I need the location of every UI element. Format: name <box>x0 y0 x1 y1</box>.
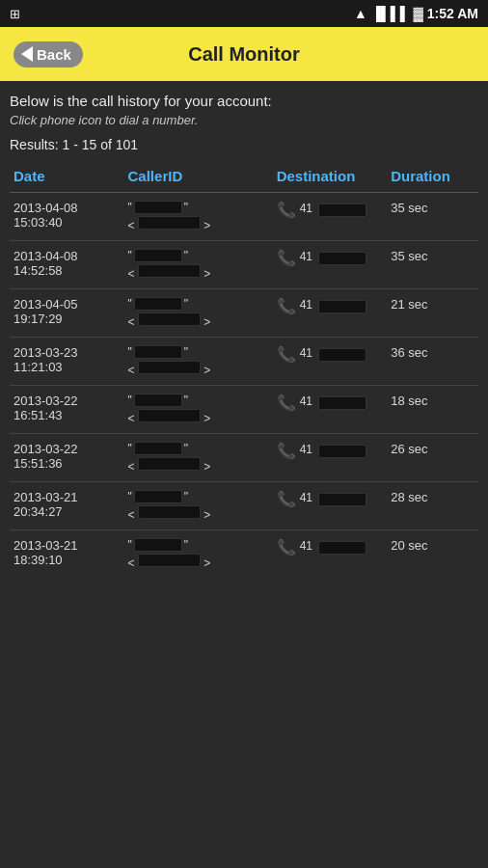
back-button[interactable]: Back <box>14 41 83 68</box>
table-row: 2013-04-0815:03:40 " " < > 📞 41 35 sec <box>10 193 478 241</box>
quote-open: " <box>128 345 132 359</box>
destination-cell: 📞 41 <box>273 338 388 386</box>
caller-name-row: " " <box>128 249 269 262</box>
dest-content[interactable]: 📞 41 <box>277 393 384 412</box>
page-title: Call Monitor <box>83 43 405 66</box>
caller-name-row: " " <box>128 345 269 359</box>
duration-value: 28 sec <box>391 490 427 504</box>
table-row: 2013-03-2311:21:03 " " < > 📞 41 36 sec <box>10 338 478 386</box>
redacted-name <box>134 201 182 214</box>
redacted-destination <box>318 348 366 362</box>
dest-prefix: 41 <box>300 250 312 263</box>
redacted-number <box>138 409 201 422</box>
dest-number: 41 <box>300 249 366 265</box>
phone-dial-icon[interactable]: 📞 <box>277 393 296 412</box>
caller-name-row: " " <box>128 393 269 407</box>
duration-value: 21 sec <box>391 297 427 312</box>
status-left: ⊞ <box>10 7 20 21</box>
date-cell: 2013-04-0814:52:58 <box>10 241 124 289</box>
dest-prefix: 41 <box>300 443 312 456</box>
main-content: Below is the call history for your accou… <box>0 81 488 578</box>
dest-content[interactable]: 📞 41 <box>277 538 384 556</box>
destination-cell: 📞 41 <box>273 434 388 482</box>
callerid-cell: " " < > <box>124 193 273 241</box>
angle-open: < <box>128 364 135 377</box>
col-date: Date <box>10 160 124 193</box>
redacted-number <box>138 264 201 278</box>
caller-number-row: < > <box>128 554 269 570</box>
angle-open: < <box>128 315 135 329</box>
quote-close: " <box>184 201 188 214</box>
redacted-number <box>138 361 201 374</box>
phone-dial-icon[interactable]: 📞 <box>277 538 296 556</box>
quote-close: " <box>184 490 188 503</box>
phone-dial-icon[interactable]: 📞 <box>277 442 296 460</box>
table-row: 2013-03-2216:51:43 " " < > 📞 41 18 sec <box>10 386 478 434</box>
redacted-destination <box>318 541 366 555</box>
caller-info: " " < > <box>128 249 269 281</box>
redacted-destination <box>318 300 366 313</box>
date-cell: 2013-03-2215:51:36 <box>10 434 124 482</box>
date-value: 2013-03-2118:39:10 <box>14 538 121 567</box>
dest-content[interactable]: 📞 41 <box>277 297 384 315</box>
caller-info: " " < > <box>128 442 269 474</box>
dest-number: 41 <box>300 490 366 506</box>
dest-number: 41 <box>300 345 366 362</box>
angle-close: > <box>203 556 210 570</box>
duration-value: 36 sec <box>391 345 427 360</box>
caller-info: " " < > <box>128 538 269 570</box>
redacted-name <box>134 249 182 262</box>
duration-cell: 18 sec <box>387 386 478 434</box>
dest-number: 41 <box>300 538 366 555</box>
callerid-cell: " " < > <box>124 241 273 289</box>
date-value: 2013-03-2215:51:36 <box>14 442 121 471</box>
wifi-icon: ▲ <box>354 6 367 21</box>
caller-number-row: < > <box>128 312 269 329</box>
redacted-name <box>134 442 182 455</box>
dest-content[interactable]: 📞 41 <box>277 442 384 460</box>
quote-close: " <box>184 393 188 407</box>
dest-content[interactable]: 📞 41 <box>277 249 384 267</box>
time-display: 1:52 AM <box>427 6 478 21</box>
phone-dial-icon[interactable]: 📞 <box>277 249 296 267</box>
phone-dial-icon[interactable]: 📞 <box>277 201 296 219</box>
phone-dial-icon[interactable]: 📞 <box>277 345 296 364</box>
quote-open: " <box>128 490 132 503</box>
table-row: 2013-04-0814:52:58 " " < > 📞 41 35 sec <box>10 241 478 289</box>
redacted-name <box>134 393 182 407</box>
angle-open: < <box>128 267 135 281</box>
callerid-cell: " " < > <box>124 482 273 530</box>
duration-value: 26 sec <box>391 442 427 456</box>
quote-open: " <box>128 393 132 407</box>
caller-name-row: " " <box>128 490 269 503</box>
phone-dial-icon[interactable]: 📞 <box>277 490 296 508</box>
duration-value: 35 sec <box>391 249 427 263</box>
destination-cell: 📞 41 <box>273 289 388 338</box>
caller-info: " " < > <box>128 297 269 329</box>
quote-close: " <box>184 442 188 455</box>
dest-content[interactable]: 📞 41 <box>277 490 384 508</box>
caller-name-row: " " <box>128 538 269 552</box>
redacted-number <box>138 457 201 471</box>
destination-cell: 📞 41 <box>273 482 388 530</box>
callerid-cell: " " < > <box>124 434 273 482</box>
phone-dial-icon[interactable]: 📞 <box>277 297 296 315</box>
angle-open: < <box>128 460 135 474</box>
duration-cell: 26 sec <box>387 434 478 482</box>
callerid-cell: " " < > <box>124 530 273 579</box>
caller-info: " " < > <box>128 490 269 522</box>
table-row: 2013-04-0519:17:29 " " < > 📞 41 21 sec <box>10 289 478 338</box>
status-bar: ⊞ ▲ ▐▌▌▌ ▓ 1:52 AM <box>0 0 488 27</box>
date-cell: 2013-03-2311:21:03 <box>10 338 124 386</box>
caller-number-row: < > <box>128 409 269 425</box>
dest-content[interactable]: 📞 41 <box>277 201 384 219</box>
duration-cell: 21 sec <box>387 289 478 338</box>
dest-number: 41 <box>300 297 366 313</box>
caller-number-row: < > <box>128 457 269 474</box>
sub-description-text: Click phone icon to dial a number. <box>10 113 478 127</box>
quote-close: " <box>184 345 188 359</box>
date-cell: 2013-03-2216:51:43 <box>10 386 124 434</box>
dest-content[interactable]: 📞 41 <box>277 345 384 364</box>
dest-prefix: 41 <box>300 202 312 215</box>
angle-close: > <box>203 364 210 377</box>
